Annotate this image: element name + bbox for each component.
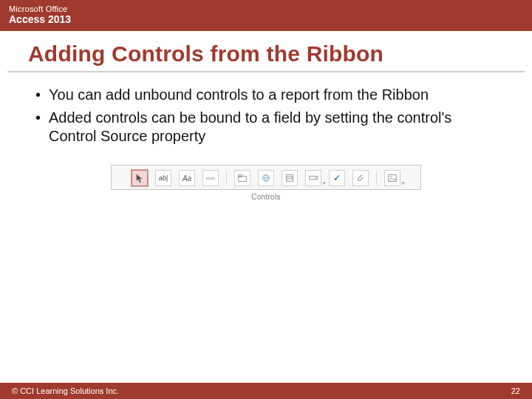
svg-point-8	[390, 176, 392, 177]
brand-line: Microsoft Office	[9, 4, 523, 13]
separator	[376, 171, 377, 185]
chevron-down-icon: ▾	[323, 180, 326, 186]
tabcontrol-icon[interactable]	[234, 170, 250, 186]
hyperlink-icon[interactable]	[258, 170, 274, 186]
footer-band: © CCI Learning Solutions Inc. 22	[0, 383, 532, 399]
page-number: 22	[511, 386, 520, 395]
bullet-item: You can add unbound controls to a report…	[33, 86, 499, 104]
ribbon-controls-figure: ab| Aa xxxx	[111, 165, 421, 202]
checkmark-glyph: ✓	[333, 173, 341, 183]
checkbox-icon[interactable]: ✓	[329, 170, 345, 186]
button-glyph: xxxx	[206, 176, 215, 180]
content-area: You can add unbound controls to a report…	[0, 72, 532, 383]
bullet-list: You can add unbound controls to a report…	[33, 86, 499, 146]
listbox-icon[interactable]	[282, 170, 298, 186]
ribbon-icon-row: ab| Aa xxxx	[132, 170, 400, 186]
svg-rect-3	[287, 175, 293, 182]
textbox-glyph: ab|	[159, 174, 168, 182]
header-band: Microsoft Office Access 2013	[0, 0, 532, 31]
pointer-icon[interactable]	[132, 170, 148, 186]
chevron-down-icon: ▾	[402, 180, 405, 186]
page-title: Adding Controls from the Ribbon	[28, 41, 504, 66]
title-area: Adding Controls from the Ribbon	[7, 31, 525, 72]
slide: Microsoft Office Access 2013 Adding Cont…	[0, 0, 532, 399]
label-icon[interactable]: Aa	[179, 170, 195, 186]
ribbon-group-box: ab| Aa xxxx	[111, 165, 421, 190]
label-glyph: Aa	[183, 174, 191, 183]
image-icon[interactable]: ▾	[384, 170, 400, 186]
attachment-icon[interactable]	[352, 170, 369, 186]
separator	[226, 171, 227, 185]
copyright-text: © CCI Learning Solutions Inc.	[12, 386, 119, 395]
product-line: Access 2013	[9, 13, 523, 25]
bullet-item: Added controls can be bound to a field b…	[33, 109, 499, 146]
button-icon[interactable]: xxxx	[202, 170, 219, 186]
combobox-icon[interactable]: ▾	[305, 170, 321, 186]
textbox-icon[interactable]: ab|	[155, 170, 171, 186]
ribbon-group-caption: Controls	[111, 190, 421, 202]
